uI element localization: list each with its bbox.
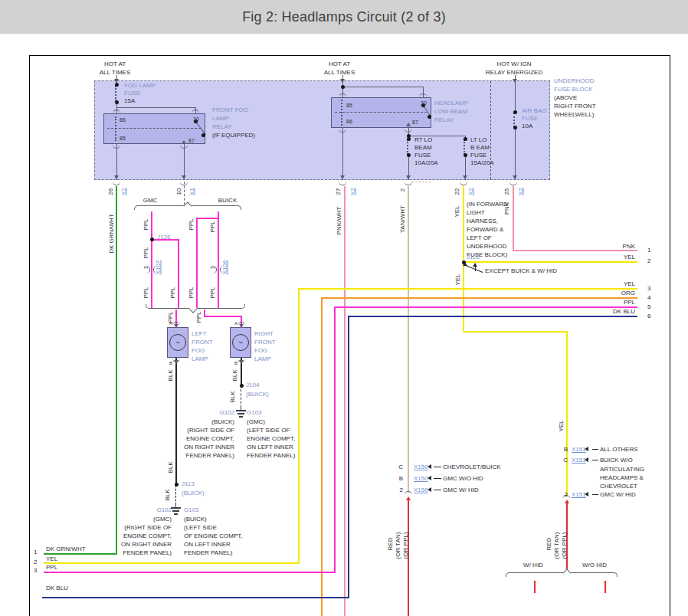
text-label: 1 [647,247,650,254]
text-label: ENGINE COMPT, [123,532,172,539]
text-label: CHEVROLET [600,483,637,490]
text-label: FOG [192,347,205,354]
relay-name: HEADLAMP [434,100,468,106]
text-label: 10A [522,123,532,129]
connector-mark [405,491,412,495]
connector-mark [339,182,346,185]
text-label: 85 [120,135,126,142]
wire-segment [334,306,637,308]
text-label: 4 [647,294,650,301]
wire-segment [513,250,637,251]
wire-segment [184,144,185,180]
connector-link[interactable]: X151 [572,446,586,453]
text-label: 86 [120,116,126,123]
connector-mark [238,359,245,362]
lamp-name: LEFT [192,330,207,337]
text-label: YEL [46,555,57,562]
text-label: 30 [193,116,199,123]
text-label[interactable]: X2 [120,188,127,195]
text-label[interactable]: X107 [155,260,162,275]
hid-option-brace [506,572,618,577]
wire-segment [344,186,346,616]
text-label: (OR PPL) [561,532,568,559]
text-label: RELAY [434,116,454,123]
text-label: BLK [229,391,236,402]
arrowhead [513,79,517,83]
wire-segment [298,288,300,564]
connector-link[interactable]: X150 [414,487,428,493]
arrowhead [340,175,345,179]
text-label: LIGHT [467,209,485,216]
connector-link[interactable]: X150 [414,475,428,482]
text-label: ON RIGHT INNER [121,541,172,548]
text-label: (LEFT SIDE OF [247,427,290,434]
text-label[interactable]: X106 [221,260,228,275]
text-label: BLK [231,369,238,381]
text-label: (RIGHT SIDE OF [187,427,234,434]
text-label: 86 [346,118,352,125]
text-label: FUSE [124,90,140,97]
connector-link[interactable]: X151 [572,457,586,464]
text-label: C [398,464,403,470]
wire-segment [116,107,196,108]
connector-link[interactable]: X151 [572,491,586,498]
text-label: 3 [34,567,37,574]
text-label: HEADLAMPS & [600,474,644,481]
figure-title: Fig 2: Headlamps Circuit (2 of 3) [242,9,446,25]
bulb-icon: ~ [169,334,186,351]
text-label: YEL [624,280,635,287]
wire-segment [434,467,441,467]
text-label: 10A/20A [414,159,438,166]
text-label: FENDER PANEL) [247,452,295,459]
text-label: 87 [188,137,195,144]
text-label: LAMP [192,356,208,362]
connector-mark [192,110,199,113]
connector-link[interactable]: X150 [414,464,428,470]
junction-dot [115,100,119,104]
ground-id: G103 [184,506,199,513]
ground-id: G103 [247,409,262,416]
text-label: 85 [346,102,352,109]
fuse-coil-symbol [341,100,342,126]
text-label: CHEVROLET/BUICK [443,464,501,470]
text-label[interactable]: X2 [467,188,474,195]
text-label: BLK [167,369,174,381]
text-label[interactable]: X2 [517,188,524,195]
text-label: 5 [647,303,650,310]
text-label[interactable]: X2 [349,188,356,195]
text-label: 30 [421,100,427,106]
text-label: (GMC) [153,516,172,523]
text-label: OF ENGINE COMPT, [184,532,242,539]
text-label: FUSE BLOCK [554,86,593,93]
text-label: BUICK [218,197,237,204]
text-label[interactable]: X1 [188,188,195,195]
text-label: 2 [647,257,650,264]
wire-segment [592,494,598,495]
wire-segment [408,186,409,493]
junction-dot [341,85,345,89]
junction-dot [201,133,205,137]
text-label: 2 [399,188,406,192]
wire-segment [592,460,598,460]
text-label: BEAM [414,144,432,151]
text-label: 25 [503,188,510,195]
wire-segment [204,316,242,317]
arrowhead [340,79,345,83]
text-label: PPL [209,287,216,298]
wire-segment [44,553,117,555]
text-label: (OR TAN) [553,532,560,559]
text-label: RED [545,538,552,551]
wire-segment [42,597,349,598]
text-label: (BUICK) [182,490,205,496]
wire-segment [348,316,637,317]
text-label: FENDER PANEL) [123,549,172,556]
text-label: (OR TAN) [395,532,401,559]
arrowhead [114,175,119,179]
junction-dot [513,126,517,129]
text-label: DK BLU [613,308,635,315]
text-label: YEL [558,420,565,431]
text-label: YEL [624,254,635,260]
connector-mark [180,182,188,185]
text-label: FUSE [470,152,487,159]
text-label: ON LEFT INNER [184,541,231,548]
